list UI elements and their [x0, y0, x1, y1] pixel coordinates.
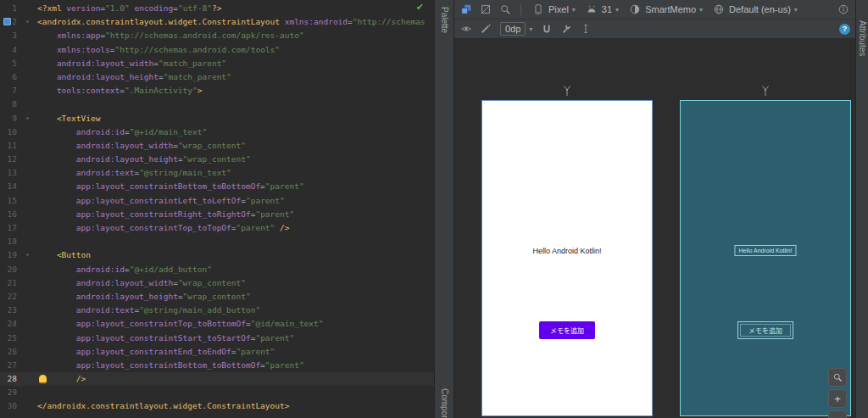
code-text: app:layout_constraintRight_toRightOf="pa… [37, 208, 434, 221]
code-line[interactable]: 8 [0, 98, 434, 111]
view-options-eye-icon[interactable] [459, 22, 473, 36]
code-text: android:text="@string/main_add_button" [37, 304, 434, 317]
code-text: <Button [37, 248, 434, 262]
gutter: 23 [0, 304, 37, 317]
line-number: 13 [0, 166, 17, 180]
blueprint-preview-device[interactable]: Hello Android Kotlin! メモを追加 [680, 100, 851, 416]
gutter: 1 [0, 2, 37, 15]
text-cursor-icon[interactable] [579, 22, 593, 36]
code-line[interactable]: 13 android:text="@string/main_text" [0, 166, 434, 180]
code-line[interactable]: 19▾ <Button [0, 248, 434, 262]
code-line[interactable]: 14 app:layout_constraintBottom_toBottomO… [0, 180, 434, 193]
line-number: 3 [0, 29, 17, 42]
gutter: 9▾ [0, 112, 37, 125]
code-line[interactable]: 26 app:layout_constraintEnd_toEndOf="par… [0, 345, 434, 359]
code-text [37, 98, 434, 111]
code-line[interactable]: 9▾ <TextView [0, 112, 434, 125]
chevron-down-icon: ▾ [699, 6, 703, 14]
component-tree-tab[interactable]: Component Tree [440, 388, 449, 418]
design-surface-mode-icon[interactable] [459, 3, 473, 16]
xml-code-editor[interactable]: 1<?xml version="1.0" encoding="utf-8"?>2… [0, 0, 434, 418]
preview-gutter-icon[interactable] [3, 18, 11, 25]
code-line[interactable]: 12 android:layout_height="wrap_content" [0, 153, 434, 166]
design-panel: Pixel ▾ 31 ▾ SmartMemo ▾ [454, 0, 855, 418]
code-line[interactable]: 15 app:layout_constraintLeft_toLeftOf="p… [0, 194, 434, 208]
infer-constraints-wrench-icon[interactable] [559, 22, 573, 36]
line-number: 18 [0, 235, 17, 248]
pencil-icon[interactable] [479, 22, 492, 36]
code-line[interactable]: 28 /> [0, 372, 434, 386]
fold-arrow-icon[interactable]: ▾ [25, 248, 30, 262]
code-line[interactable]: 30</androidx.constraintlayout.widget.Con… [0, 399, 434, 413]
blueprint-button-widget[interactable]: メモを追加 [737, 321, 793, 339]
theme-selector[interactable]: SmartMemo ▾ [626, 3, 704, 16]
stop-interactive-preview-icon[interactable] [479, 3, 492, 16]
zoom-in-button[interactable]: + [828, 389, 847, 408]
code-text: tools:context=".MainActivity"> [37, 84, 434, 98]
line-number: 21 [0, 276, 17, 290]
code-line[interactable]: 1<?xml version="1.0" encoding="utf-8"?> [0, 2, 434, 15]
code-line[interactable]: 4 xmlns:tools="http://schemas.android.co… [0, 43, 434, 57]
info-icon[interactable] [837, 3, 850, 16]
code-line[interactable]: 5 android:layout_width="match_parent" [0, 57, 434, 70]
inspect-magnifier-icon[interactable] [498, 3, 512, 16]
code-line[interactable]: 2▾<androidx.constraintlayout.widget.Cons… [0, 15, 434, 29]
gutter: 18 [0, 235, 37, 248]
code-line[interactable]: 6 android:layout_height="match_parent" [0, 70, 434, 84]
zoom-to-fit-button[interactable] [828, 368, 847, 387]
default-margins-selector[interactable]: 0dp ▾ [498, 22, 534, 36]
zoom-out-button[interactable]: − [828, 410, 847, 418]
palette-tab[interactable]: Palette [440, 7, 449, 33]
android-studio-window: 1<?xml version="1.0" encoding="utf-8"?>2… [0, 0, 868, 418]
line-number: 22 [0, 290, 17, 304]
design-surface[interactable]: Hello Android Kotlin! メモを追加 Hello Androi… [454, 39, 855, 418]
toolbar-separator [520, 3, 521, 15]
code-line[interactable]: 23 android:text="@string/main_add_button… [0, 304, 434, 317]
line-number: 25 [0, 332, 17, 345]
design-button[interactable]: メモを追加 [539, 321, 595, 339]
device-selector[interactable]: Pixel ▾ [530, 3, 577, 16]
gutter: 8 [0, 98, 37, 111]
inspection-check-icon[interactable]: ✔ [416, 2, 424, 13]
fold-arrow-icon[interactable]: ▾ [25, 15, 30, 29]
right-tool-stripe: Attributes [855, 0, 868, 418]
code-line[interactable]: 16 app:layout_constraintRight_toRightOf=… [0, 208, 434, 221]
blueprint-text-widget[interactable]: Hello Android Kotlin! [734, 245, 796, 256]
code-line[interactable]: 17 app:layout_constraintTop_toTopOf="par… [0, 221, 434, 235]
code-line[interactable]: 29 [0, 386, 434, 399]
code-line[interactable]: 27 app:layout_constraintBottom_toBottomO… [0, 359, 434, 372]
line-number: 14 [0, 180, 17, 193]
gutter: 16 [0, 208, 37, 221]
code-text: app:layout_constraintBottom_toBottomOf="… [37, 180, 434, 193]
design-preview-device[interactable]: Hello Android Kotlin! メモを追加 [481, 100, 653, 416]
main-text-widget[interactable]: Hello Android Kotlin! [482, 247, 652, 255]
attributes-tab[interactable]: Attributes [858, 20, 867, 56]
code-line[interactable]: 11 android:layout_width="wrap_content" [0, 139, 434, 153]
code-text: android:layout_width="match_parent" [37, 57, 434, 70]
line-number: 6 [0, 70, 17, 84]
code-line[interactable]: 25 app:layout_constraintStart_toStartOf=… [0, 332, 434, 345]
code-line[interactable]: 3 xmlns:app="http://schemas.android.com/… [0, 29, 434, 42]
intention-bulb-icon[interactable] [39, 375, 47, 382]
code-line[interactable]: 18 [0, 235, 434, 248]
api-level-selector[interactable]: 31 ▾ [583, 3, 620, 16]
code-line[interactable]: 10 android:id="@+id/main_text" [0, 125, 434, 139]
code-line[interactable]: 21 android:layout_width="wrap_content" [0, 276, 434, 290]
autoconnect-magnet-icon[interactable] [540, 22, 554, 36]
code-line[interactable]: 7 tools:context=".MainActivity"> [0, 84, 434, 98]
gutter: 26 [0, 345, 37, 359]
code-line[interactable]: 22 android:layout_height="wrap_content" [0, 290, 434, 304]
code-text: app:layout_constraintTop_toTopOf="parent… [37, 221, 434, 235]
code-text: android:layout_width="wrap_content" [37, 139, 434, 153]
theme-label: SmartMemo [645, 4, 696, 14]
code-line[interactable]: 20 android:id="@+id/add_button" [0, 263, 434, 276]
help-icon[interactable]: ? [839, 24, 850, 35]
gutter: 28 [0, 372, 37, 386]
code-lines: 1<?xml version="1.0" encoding="utf-8"?>2… [0, 2, 434, 414]
code-text: xmlns:tools="http://schemas.android.com/… [37, 43, 434, 57]
antenna-icon [562, 85, 572, 97]
code-line[interactable]: 24 app:layout_constraintTop_toBottomOf="… [0, 317, 434, 331]
locale-selector[interactable]: Default (en-us) ▾ [710, 3, 799, 16]
line-number: 11 [0, 139, 17, 153]
fold-arrow-icon[interactable]: ▾ [25, 112, 30, 125]
